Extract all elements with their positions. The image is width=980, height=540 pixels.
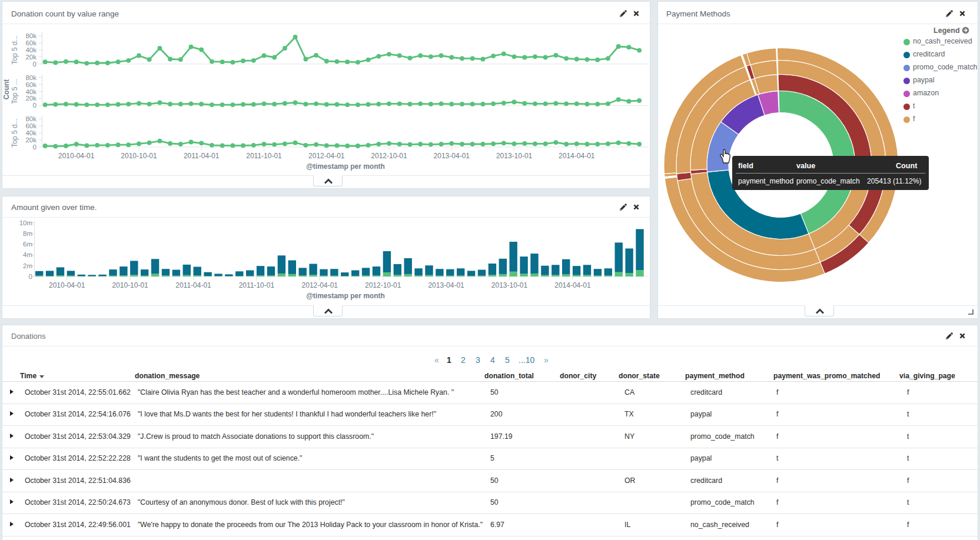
svg-text:60k: 60k [25,81,36,88]
svg-text:2014-04-01: 2014-04-01 [554,281,591,289]
svg-text:8m: 8m [23,230,32,237]
svg-text:2011-04-01: 2011-04-01 [184,152,220,160]
svg-text:2m: 2m [23,262,32,269]
svg-text:0: 0 [29,273,32,280]
svg-text:Top 5 d...: Top 5 d... [11,118,19,147]
svg-text:0: 0 [33,102,36,109]
svg-text:40k: 40k [25,129,36,136]
svg-text:20k: 20k [25,54,36,61]
svg-text:2013-04-01: 2013-04-01 [434,152,470,160]
svg-text:80k: 80k [25,74,36,81]
svg-text:40k: 40k [25,46,36,54]
svg-text:2010-04-01: 2010-04-01 [58,152,95,160]
svg-text:2011-10-01: 2011-10-01 [246,152,282,160]
svg-text:2011-10-01: 2011-10-01 [239,281,275,289]
svg-text:2012-10-01: 2012-10-01 [365,281,401,289]
svg-text:2012-10-01: 2012-10-01 [371,152,407,160]
svg-text:2013-04-01: 2013-04-01 [428,281,464,289]
svg-text:2010-10-01: 2010-10-01 [121,152,157,160]
svg-text:2011-04-01: 2011-04-01 [175,281,211,289]
svg-text:2010-04-01: 2010-04-01 [49,281,85,289]
svg-text:Top 5 d...: Top 5 d... [11,35,19,64]
svg-text:0: 0 [33,61,36,68]
svg-text:80k: 80k [25,32,36,39]
svg-text:2013-10-01: 2013-10-01 [491,281,528,289]
svg-text:0: 0 [33,144,36,151]
svg-text:2010-10-01: 2010-10-01 [112,281,148,289]
svg-text:20k: 20k [25,95,36,102]
svg-text:Top 5 ...: Top 5 ... [11,79,19,104]
svg-text:Count: Count [2,79,11,100]
svg-text:60k: 60k [25,39,36,46]
svg-text:@timestamp per month: @timestamp per month [306,162,385,171]
svg-text:40k: 40k [25,88,36,95]
svg-text:6m: 6m [23,241,32,248]
svg-text:@timestamp per month: @timestamp per month [306,292,385,300]
svg-text:80k: 80k [25,115,36,122]
svg-text:2012-04-01: 2012-04-01 [302,281,338,289]
svg-text:20k: 20k [25,136,36,144]
svg-text:10m: 10m [19,219,32,226]
svg-text:2014-04-01: 2014-04-01 [559,152,595,160]
svg-text:2012-04-01: 2012-04-01 [308,152,345,160]
svg-text:2013-10-01: 2013-10-01 [496,152,533,160]
svg-text:4m: 4m [23,251,32,258]
svg-text:60k: 60k [25,122,36,129]
